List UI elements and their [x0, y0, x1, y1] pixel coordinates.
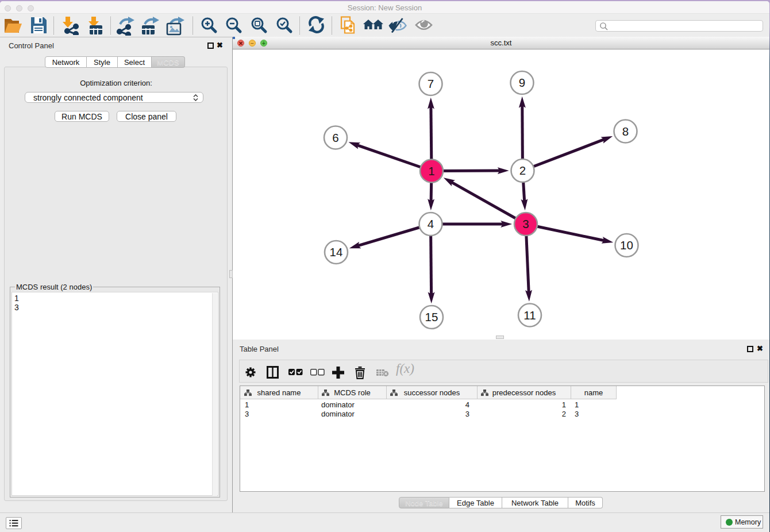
svg-text:14: 14 [330, 245, 343, 259]
svg-text:10: 10 [620, 238, 633, 252]
svg-text:2: 2 [519, 164, 526, 177]
svg-text:1: 1 [428, 164, 434, 178]
svg-text:4: 4 [428, 217, 434, 230]
svg-text:7: 7 [428, 77, 434, 90]
svg-text:15: 15 [425, 310, 438, 323]
svg-text:11: 11 [523, 309, 536, 322]
svg-text:6: 6 [332, 131, 338, 144]
svg-text:9: 9 [519, 76, 525, 89]
svg-text:3: 3 [522, 217, 529, 230]
svg-text:8: 8 [622, 125, 629, 138]
